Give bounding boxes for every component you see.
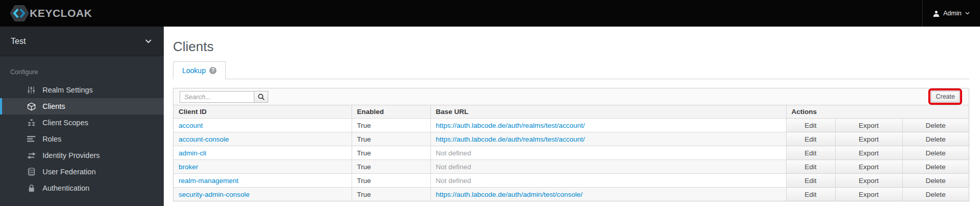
- sidebar-item-client-scopes[interactable]: Client Scopes: [0, 115, 164, 131]
- table-header-row: Client ID Enabled Base URL Actions: [173, 105, 969, 119]
- brand-title: KEYCLOAK: [30, 7, 92, 19]
- client-link[interactable]: security-admin-console: [179, 191, 250, 198]
- table-row: realm-management True Not defined Edit E…: [173, 174, 969, 188]
- sidebar-item-authentication[interactable]: Authentication: [0, 180, 164, 196]
- base-url-link[interactable]: https://auth.labcode.de/auth/admin/test/…: [436, 191, 583, 198]
- client-link[interactable]: realm-management: [179, 177, 238, 185]
- enabled-value: True: [352, 119, 430, 132]
- sidebar-item-clients[interactable]: Clients: [0, 98, 164, 115]
- search-button[interactable]: [254, 91, 268, 103]
- keycloak-logo[interactable]: KEYCLOAK: [10, 5, 92, 21]
- client-link[interactable]: broker: [179, 163, 198, 171]
- table-row: admin-cli True Not defined Edit Export D…: [173, 146, 969, 160]
- client-link[interactable]: account-console: [179, 135, 229, 143]
- search-icon: [258, 94, 265, 100]
- edit-button[interactable]: Edit: [787, 174, 835, 187]
- lock-icon: [27, 184, 36, 192]
- base-url-not-defined: Not defined: [436, 163, 471, 171]
- list-icon: [27, 135, 36, 143]
- top-navbar: KEYCLOAK Admin: [0, 0, 980, 27]
- column-header-base-url: Base URL: [430, 105, 786, 119]
- enabled-value: True: [352, 146, 430, 160]
- chevron-down-icon: [965, 12, 970, 15]
- tab-bar: Lookup ?: [173, 61, 969, 79]
- sidebar-nav: Realm Settings Clients: [0, 82, 164, 196]
- user-icon: [933, 10, 940, 17]
- base-url-link[interactable]: https://auth.labcode.de/auth/realms/test…: [436, 135, 585, 143]
- client-link[interactable]: admin-cli: [179, 149, 206, 157]
- enabled-value: True: [352, 132, 430, 146]
- database-icon: [27, 168, 36, 176]
- export-button[interactable]: Export: [836, 188, 902, 201]
- enabled-value: True: [352, 188, 430, 201]
- clients-table-container: Create Client ID Enabled Base URL Action…: [173, 88, 969, 201]
- realm-selector[interactable]: Test: [0, 27, 164, 56]
- base-url-not-defined: Not defined: [436, 177, 471, 185]
- tab-lookup[interactable]: Lookup ?: [173, 61, 226, 79]
- edit-button[interactable]: Edit: [787, 188, 835, 201]
- client-link[interactable]: account: [179, 122, 203, 129]
- user-label: Admin: [943, 10, 961, 17]
- column-header-actions: Actions: [786, 105, 969, 119]
- sidebar-item-label: Roles: [42, 135, 61, 143]
- cubes-icon: [27, 119, 36, 127]
- sidebar-item-label: User Federation: [42, 168, 96, 176]
- cube-icon: [27, 102, 36, 111]
- export-button[interactable]: Export: [836, 132, 902, 146]
- sliders-icon: [27, 86, 36, 94]
- delete-button[interactable]: Delete: [903, 188, 969, 201]
- edit-button[interactable]: Edit: [787, 132, 835, 146]
- sidebar-item-roles[interactable]: Roles: [0, 131, 164, 147]
- export-button[interactable]: Export: [836, 174, 902, 187]
- enabled-value: True: [352, 160, 430, 174]
- delete-button[interactable]: Delete: [903, 132, 969, 146]
- sidebar-item-label: Realm Settings: [42, 86, 93, 94]
- table-toolbar: Create: [173, 88, 969, 105]
- chevron-down-icon: [145, 39, 151, 43]
- export-button[interactable]: Export: [836, 119, 902, 132]
- sidebar: Test Configure Realm Settings: [0, 27, 164, 206]
- sidebar-item-realm-settings[interactable]: Realm Settings: [0, 82, 164, 98]
- edit-button[interactable]: Edit: [787, 146, 835, 159]
- tab-label: Lookup: [182, 66, 206, 75]
- sidebar-item-label: Identity Providers: [42, 151, 100, 159]
- page-title: Clients: [173, 39, 969, 55]
- user-menu[interactable]: Admin: [922, 0, 980, 27]
- sidebar-item-identity-providers[interactable]: Identity Providers: [0, 147, 164, 164]
- enabled-value: True: [352, 174, 430, 188]
- exchange-icon: [27, 152, 36, 159]
- sidebar-item-label: Client Scopes: [42, 119, 88, 127]
- edit-button[interactable]: Edit: [787, 160, 835, 173]
- clients-table: Client ID Enabled Base URL Actions accou…: [173, 105, 969, 201]
- column-header-enabled: Enabled: [352, 105, 430, 119]
- delete-button[interactable]: Delete: [903, 160, 969, 173]
- base-url-not-defined: Not defined: [436, 149, 471, 157]
- table-row: account-console True https://auth.labcod…: [173, 132, 969, 146]
- keycloak-hexagon-icon: [10, 5, 29, 21]
- edit-button[interactable]: Edit: [787, 119, 835, 132]
- table-row: account True https://auth.labcode.de/aut…: [173, 119, 969, 132]
- help-icon[interactable]: ?: [209, 67, 216, 74]
- delete-button[interactable]: Delete: [903, 119, 969, 132]
- create-button[interactable]: Create: [931, 91, 960, 102]
- delete-button[interactable]: Delete: [903, 174, 969, 187]
- main-content: Clients Lookup ?: [164, 27, 980, 206]
- export-button[interactable]: Export: [836, 146, 902, 159]
- search-input[interactable]: [180, 91, 254, 103]
- sidebar-item-user-federation[interactable]: User Federation: [0, 164, 164, 180]
- column-header-client-id: Client ID: [173, 105, 352, 119]
- base-url-link[interactable]: https://auth.labcode.de/auth/realms/test…: [436, 122, 585, 129]
- sidebar-item-label: Authentication: [42, 184, 90, 192]
- realm-name: Test: [11, 37, 26, 46]
- sidebar-item-label: Clients: [42, 102, 65, 110]
- table-row: broker True Not defined Edit Export Dele…: [173, 160, 969, 174]
- search-group: [180, 91, 268, 103]
- table-row: security-admin-console True https://auth…: [173, 188, 969, 201]
- sidebar-section-label: Configure: [10, 68, 164, 76]
- export-button[interactable]: Export: [836, 160, 902, 173]
- delete-button[interactable]: Delete: [903, 146, 969, 159]
